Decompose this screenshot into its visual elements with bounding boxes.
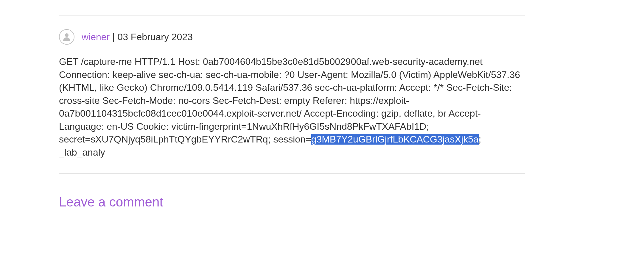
divider-top	[59, 15, 525, 16]
leave-comment-heading: Leave a comment	[59, 195, 525, 209]
selected-text: g3MB7Y2uGBrlGjrfLbKCACG3jasXjk5a	[311, 134, 479, 145]
user-icon	[61, 32, 72, 42]
comment-header: wiener | 03 February 2023	[59, 29, 525, 45]
svg-point-0	[65, 33, 69, 37]
comment-meta: wiener | 03 February 2023	[82, 32, 193, 43]
comment-section: wiener | 03 February 2023 GET /capture-m…	[59, 0, 525, 209]
author-link[interactable]: wiener	[82, 32, 110, 42]
comment-date: 03 February 2023	[117, 32, 193, 42]
divider-bottom	[59, 173, 525, 174]
comment-body: GET /capture-me HTTP/1.1 Host: 0ab700460…	[59, 55, 525, 159]
comment-text-before: GET /capture-me HTTP/1.1 Host: 0ab700460…	[59, 56, 520, 145]
avatar	[59, 29, 74, 45]
meta-separator: |	[110, 32, 117, 42]
